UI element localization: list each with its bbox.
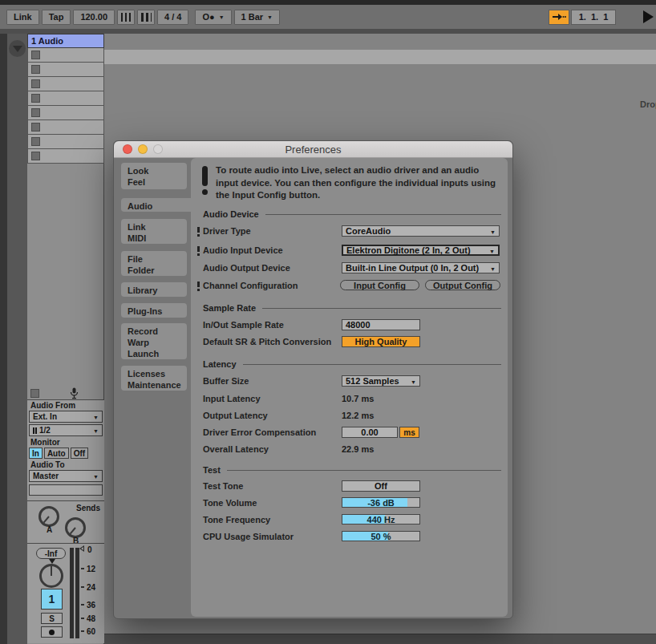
clip-stop-icon[interactable] (31, 79, 40, 88)
left-rail (0, 34, 7, 644)
audio-from-dropdown[interactable]: Ext. In (29, 411, 103, 423)
input-channel-dropdown[interactable]: 1/2 (29, 424, 103, 436)
monitor-off-button[interactable]: Off (71, 448, 88, 459)
nudge-up-button[interactable] (137, 10, 155, 25)
clip-stop-icon[interactable] (31, 65, 40, 74)
audio-output-device-dropdown[interactable]: Built-in Line Output (0 In, 2 Out) (342, 262, 500, 273)
pan-knob[interactable] (39, 564, 63, 588)
arrangement-position-display[interactable]: 1. 1. 1 (571, 10, 616, 25)
track-mixer-panel: -Inf 0 12 24 36 48 60 1 S (27, 543, 104, 643)
sr-conversion-row: Default SR & Pitch Conversion High Quali… (191, 336, 508, 348)
audio-output-device-row: Audio Output Device Built-in Line Output… (191, 262, 508, 274)
clip-stop-icon[interactable] (31, 94, 40, 103)
audio-input-device-dropdown[interactable]: Elektron Digitone (2 In, 2 Out) (342, 245, 500, 256)
track-stop-row (27, 387, 104, 399)
audio-to-label: Audio To (29, 460, 103, 470)
bars-icon (121, 13, 132, 22)
clip-stop-icon[interactable] (31, 51, 40, 59)
driver-error-compensation-row: Driver Error Compensation 0.00 ms (191, 427, 508, 439)
monitor-in-button[interactable]: In (29, 448, 43, 459)
clip-slot[interactable] (27, 48, 104, 63)
cpu-usage-slider[interactable]: 50 % (342, 531, 420, 541)
clip-slot[interactable] (27, 77, 104, 91)
tab-record-warp-launch[interactable]: RecordWarpLaunch (121, 323, 187, 359)
clip-stop-icon[interactable] (31, 108, 40, 117)
sample-rate-field[interactable]: 48000 (342, 319, 420, 330)
input-config-button[interactable]: Input Config (340, 280, 419, 290)
track-activator-button[interactable]: 1 (41, 589, 63, 610)
tab-library[interactable]: Library (121, 282, 187, 297)
time-signature-field[interactable]: 4 / 4 (157, 10, 188, 25)
test-tone-toggle[interactable]: Off (342, 480, 420, 492)
preferences-content: To route audio into Live, select an audi… (191, 158, 508, 617)
clip-slot[interactable] (27, 149, 104, 164)
volume-field[interactable]: -Inf (36, 548, 66, 559)
tempo-field[interactable]: 120.00 (73, 10, 115, 25)
clip-slot[interactable] (27, 135, 104, 149)
compensation-field[interactable]: 0.00 (342, 427, 398, 438)
tab-look-feel[interactable]: LookFeel (121, 163, 187, 189)
arm-button[interactable] (41, 626, 63, 638)
chevron-down-icon (93, 426, 99, 435)
knob-pointer (70, 527, 76, 534)
monitor-buttons: In Auto Off (29, 448, 103, 459)
preferences-titlebar[interactable]: Preferences (114, 141, 512, 158)
collapse-track-button[interactable] (9, 40, 26, 57)
tab-audio[interactable]: Audio (121, 198, 193, 212)
close-button[interactable] (123, 144, 132, 154)
track-column: 1 Audio Audio From Ext. In 1/2 Monitor I… (27, 34, 104, 644)
meter-tick: 48 (81, 614, 104, 622)
zoom-button[interactable] (153, 144, 163, 154)
send-a-knob[interactable] (38, 506, 59, 527)
high-quality-toggle[interactable]: High Quality (342, 336, 420, 347)
info-text: To route audio into Live, select an audi… (216, 164, 501, 202)
tone-frequency-row: Tone Frequency 440 Hz (191, 514, 508, 526)
send-b-knob[interactable] (65, 517, 86, 538)
clip-slot[interactable] (27, 120, 104, 135)
nudge-down-button[interactable] (117, 10, 135, 25)
follow-button[interactable] (549, 10, 569, 25)
tap-tempo-button[interactable]: Tap (42, 10, 71, 25)
knob-pointer (51, 566, 52, 576)
clip-stop-icon[interactable] (31, 123, 40, 132)
track-title-bar[interactable]: 1 Audio (27, 34, 104, 48)
quantization-menu[interactable]: 1 Bar ▼ (234, 10, 280, 25)
meter-scale: 0 12 24 36 48 60 (81, 544, 104, 644)
output-config-button[interactable]: Output Config (425, 280, 500, 290)
groove-amount-selector[interactable]: O● ▼ (195, 10, 231, 25)
preferences-window: Preferences LookFeel Audio LinkMIDI File… (113, 140, 513, 619)
sample-rate-row: In/Out Sample Rate 48000 (191, 319, 508, 331)
level-meter (70, 548, 79, 638)
chevron-down-icon (411, 376, 416, 386)
solo-button[interactable]: S (41, 613, 63, 624)
section-sample-rate: Sample Rate (203, 303, 501, 313)
link-button[interactable]: Link (6, 10, 39, 25)
clip-slot[interactable] (27, 63, 104, 77)
compensation-unit-toggle[interactable]: ms (399, 427, 419, 438)
minimize-button[interactable] (138, 144, 148, 154)
sends-label: Sends (76, 504, 100, 512)
clip-stop-all-icon[interactable] (30, 389, 39, 398)
triangle-down-icon (13, 46, 22, 52)
play-button[interactable] (643, 10, 654, 23)
clip-slot[interactable] (27, 91, 104, 106)
meter-tick: 36 (81, 601, 104, 609)
clip-slot[interactable] (27, 106, 104, 120)
tab-file-folder[interactable]: FileFolder (121, 251, 187, 276)
audio-to-dropdown[interactable]: Master (29, 470, 103, 482)
tab-licenses-maintenance[interactable]: LicensesMaintenance (121, 366, 187, 391)
tone-volume-slider[interactable]: -36 dB (342, 497, 420, 508)
input-latency-row: Input Latency 10.7 ms (191, 393, 508, 405)
chevron-down-icon (93, 472, 99, 480)
monitor-auto-button[interactable]: Auto (44, 448, 69, 459)
driver-type-dropdown[interactable]: CoreAudio (342, 225, 500, 237)
exclamation-icon (202, 166, 208, 195)
groove-icon: O● (202, 12, 214, 22)
tab-plug-ins[interactable]: Plug-Ins (121, 303, 187, 318)
tab-link-midi[interactable]: LinkMIDI (121, 219, 187, 244)
knob-pointer (43, 516, 50, 523)
clip-stop-icon[interactable] (31, 137, 40, 146)
clip-stop-icon[interactable] (31, 152, 40, 160)
tone-frequency-slider[interactable]: 440 Hz (342, 514, 420, 525)
buffer-size-dropdown[interactable]: 512 Samples (342, 375, 420, 387)
